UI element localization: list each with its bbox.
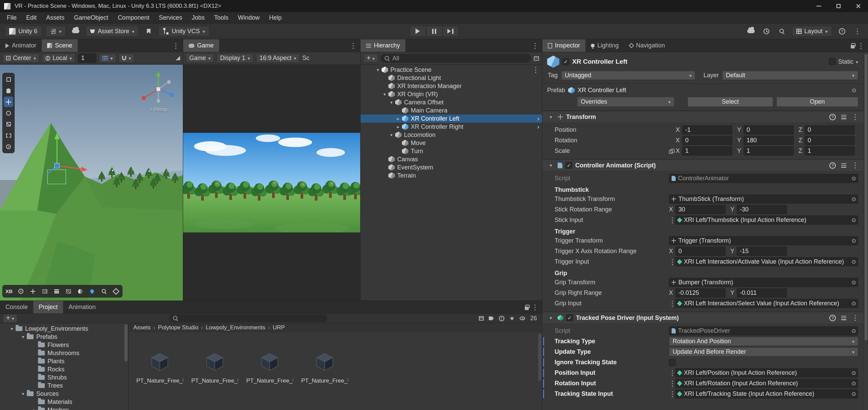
folder-item[interactable]: Flowers: [0, 341, 128, 349]
hidden-packages-icon[interactable]: [520, 316, 525, 320]
foldout-icon[interactable]: [388, 100, 395, 105]
tab-game[interactable]: Game: [183, 39, 219, 52]
tab-animator[interactable]: Animator: [0, 39, 42, 52]
bookmark-button[interactable]: [143, 26, 154, 37]
tab-scene[interactable]: Scene: [42, 39, 78, 52]
open-button[interactable]: Open: [776, 97, 858, 107]
object-picker-icon[interactable]: [849, 369, 858, 377]
step-button[interactable]: [442, 26, 459, 37]
menu-item[interactable]: Services: [154, 12, 187, 23]
foldout-icon[interactable]: [394, 124, 402, 129]
foldout-icon[interactable]: [547, 315, 555, 321]
scene-tool-button[interactable]: [4, 141, 13, 152]
foldout-icon[interactable]: [547, 114, 555, 120]
ignore-tracking-state-checkbox[interactable]: [669, 359, 676, 366]
hierarchy-item[interactable]: Terrain: [361, 171, 542, 180]
foldout-icon[interactable]: [388, 132, 395, 138]
panel-menu-icon[interactable]: [350, 42, 357, 50]
object-picker-icon[interactable]: [849, 174, 858, 183]
script-field[interactable]: TrackedPoseDriver: [669, 326, 858, 335]
menu-item[interactable]: Edit: [21, 12, 41, 23]
component-menu-icon[interactable]: [852, 161, 859, 169]
minimize-button[interactable]: [809, 0, 829, 12]
y-field[interactable]: [744, 136, 794, 145]
folder-item[interactable]: Lowpoly_Environments: [0, 325, 128, 333]
folder-item[interactable]: Trees: [0, 382, 128, 390]
help-icon[interactable]: [829, 114, 836, 120]
foldout-icon[interactable]: [19, 334, 27, 340]
folder-item[interactable]: Rocks: [0, 365, 128, 373]
z-field[interactable]: [805, 136, 855, 145]
orientation-gizmo[interactable]: < Persp: [138, 69, 179, 113]
x-field[interactable]: [682, 125, 732, 135]
label-filter-icon[interactable]: [489, 316, 494, 320]
hierarchy-search[interactable]: [381, 54, 531, 63]
package-filter-icon[interactable]: [479, 316, 484, 321]
menu-item[interactable]: Tools: [209, 12, 233, 23]
scene-tool-button[interactable]: [4, 97, 13, 107]
object-picker-icon[interactable]: [849, 216, 858, 224]
menu-item[interactable]: Jobs: [187, 12, 209, 23]
panel-menu-icon[interactable]: [857, 42, 865, 50]
row-menu-icon[interactable]: [532, 66, 539, 74]
select-button[interactable]: Select: [688, 97, 773, 107]
menu-item[interactable]: GameObject: [69, 12, 113, 23]
close-button[interactable]: [848, 0, 868, 12]
menu-item[interactable]: Help: [264, 12, 286, 23]
object-field[interactable]: ThumbStick (Transform): [669, 194, 858, 204]
game-mode-dropdown[interactable]: Game: [186, 54, 214, 63]
hierarchy-item[interactable]: XR Interaction Manager: [361, 82, 542, 90]
inspector-scrollbar[interactable]: [864, 52, 868, 410]
hierarchy-item[interactable]: Camera Offset: [361, 98, 542, 106]
game-view[interactable]: [183, 65, 360, 301]
hierarchy-item[interactable]: Main Camera: [361, 106, 542, 115]
viewport-option-button[interactable]: [16, 286, 26, 296]
prefab-open-arrow-icon[interactable]: [537, 123, 539, 130]
asset-item[interactable]: PT_Nature_Free_U...: [136, 352, 184, 384]
object-picker-icon[interactable]: [849, 390, 858, 398]
gameobject-name[interactable]: XR Controller Left: [572, 58, 826, 65]
update-type-dropdown[interactable]: Update And Before Render: [669, 347, 858, 356]
unity-version-button[interactable]: Unity 6: [5, 26, 42, 37]
breadcrumb-item[interactable]: URP: [265, 324, 285, 331]
object-picker-icon[interactable]: [849, 195, 858, 203]
overrides-dropdown[interactable]: Overrides: [577, 97, 674, 107]
foldout-icon[interactable]: [19, 391, 27, 396]
layer-dropdown[interactable]: Default: [722, 71, 858, 80]
input-action-field[interactable]: XRI Left/Tracking State (Input Action Re…: [675, 389, 858, 398]
project-search[interactable]: [169, 315, 327, 322]
hierarchy-item[interactable]: Canvas: [361, 155, 542, 163]
object-picker-icon[interactable]: [849, 237, 858, 245]
pause-button[interactable]: [426, 26, 442, 37]
scene-tool-button[interactable]: [4, 74, 13, 85]
hierarchy-item[interactable]: XR Origin (VR): [361, 90, 542, 98]
folder-item[interactable]: Sources: [0, 390, 128, 398]
foldout-icon[interactable]: [381, 91, 388, 97]
aspect-ratio-dropdown[interactable]: 16:9 Aspect: [256, 54, 300, 63]
component-enabled-checkbox[interactable]: [566, 314, 573, 321]
property-menu-icon[interactable]: [669, 390, 675, 398]
x-field[interactable]: [675, 288, 726, 298]
search-filter-icon[interactable]: [534, 56, 539, 61]
menu-item[interactable]: File: [2, 12, 21, 23]
input-action-field[interactable]: XRI Left/Position (Input Action Referenc…: [675, 368, 858, 377]
tracked-pose-driver-header[interactable]: Tracked Pose Driver (Input System): [542, 312, 864, 324]
tag-dropdown[interactable]: Untagged: [561, 71, 695, 80]
lock-icon[interactable]: [851, 45, 855, 48]
viewport-option-button[interactable]: [111, 286, 121, 296]
viewport-option-button[interactable]: [99, 286, 109, 296]
chevron-down-icon[interactable]: [856, 58, 858, 65]
transform-header[interactable]: Transform: [542, 111, 864, 123]
input-action-field[interactable]: XRI Left/Rotation (Input Action Referenc…: [675, 379, 858, 388]
link-scale-icon[interactable]: [669, 149, 674, 153]
prefab-picker-icon[interactable]: [850, 87, 858, 94]
grid-size-field[interactable]: [78, 54, 96, 63]
asset-store-button[interactable]: Asset Store: [85, 26, 139, 37]
create-object-button[interactable]: [364, 54, 378, 63]
project-search-input[interactable]: [181, 315, 323, 322]
controller-animator-header[interactable]: Controller Animator (Script): [542, 159, 864, 171]
folder-item[interactable]: Materials: [0, 398, 128, 406]
x-field[interactable]: [675, 247, 726, 256]
pivot-mode-dropdown[interactable]: Center: [3, 54, 39, 63]
viewport-option-button[interactable]: [39, 286, 50, 296]
